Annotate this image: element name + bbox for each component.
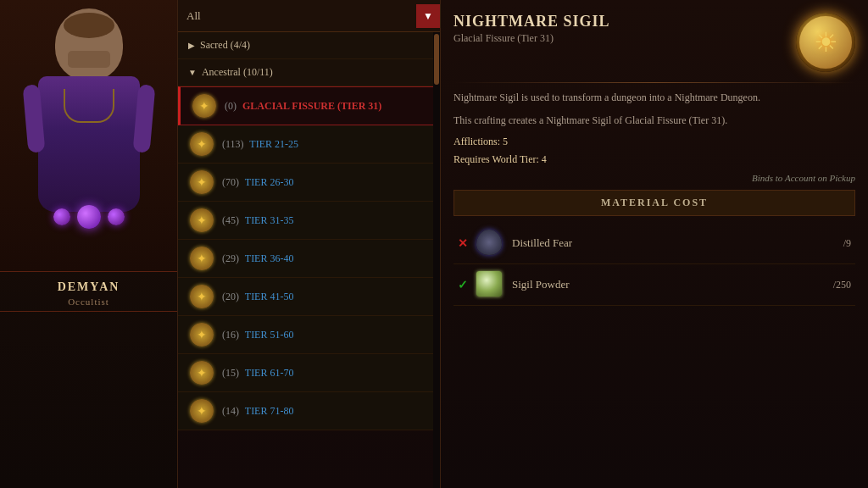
- tier-31-35-icon: [188, 207, 215, 234]
- char-name-area: DEMYAN Occultist: [0, 271, 177, 312]
- tier-21-25-name: TIER 21-25: [249, 138, 298, 150]
- tier-71-80-text: (14) TIER 71-80: [222, 405, 430, 418]
- material-cost-header: MATERIAL COST: [453, 190, 855, 216]
- sigil-powder-status-icon: ✓: [458, 278, 468, 292]
- item-tier-26-30[interactable]: (70) TIER 26-30: [178, 164, 440, 202]
- tier-41-50-name: TIER 41-50: [245, 291, 294, 302]
- item-tier-61-70[interactable]: (15) TIER 61-70: [178, 354, 440, 392]
- distilled-fear-amount: /9: [843, 237, 851, 250]
- item-tier-51-60[interactable]: (16) TIER 51-60: [178, 316, 440, 354]
- glacial-fissure-text: (0) GLACIAL FISSURE (TIER 31): [225, 100, 429, 113]
- glacial-fissure-icon: [191, 92, 218, 119]
- tier-71-80-count: (14): [222, 405, 239, 417]
- glacial-fissure-count: (0): [225, 100, 236, 112]
- item-subtype-label: Glacial Fissure (Tier 31): [453, 32, 783, 45]
- char-face: [68, 51, 110, 68]
- filter-dropdown-button[interactable]: ▼: [416, 4, 440, 28]
- distilled-fear-name: Distilled Fear: [512, 236, 835, 250]
- char-head: [55, 8, 123, 80]
- dropdown-arrow-icon: ▼: [423, 10, 433, 23]
- scrollbar[interactable]: [433, 32, 440, 488]
- orb-right: [108, 208, 125, 225]
- item-tier-71-80[interactable]: (14) TIER 71-80: [178, 392, 440, 430]
- afflictions-property: Afflictions: 5: [453, 136, 855, 148]
- orb-center: [77, 205, 101, 229]
- tier-36-40-icon: [188, 245, 215, 272]
- tier-51-60-text: (16) TIER 51-60: [222, 329, 430, 341]
- item-header: NIGHTMARE SIGIL Glacial Fissure (Tier 31…: [453, 13, 855, 72]
- binds-text: Binds to Account on Pickup: [453, 173, 855, 183]
- tier-71-80-icon: [188, 397, 215, 424]
- sigil-powder-amount: /250: [833, 279, 851, 291]
- tier-36-40-name: TIER 36-40: [245, 252, 294, 264]
- item-type-label: NIGHTMARE SIGIL: [453, 13, 783, 30]
- nightmare-sigil-large-icon: [796, 13, 855, 72]
- afflictions-label: Afflictions:: [453, 136, 500, 147]
- tier-41-50-text: (20) TIER 41-50: [222, 291, 430, 303]
- skull-decoration: [53, 208, 125, 229]
- tier-26-30-count: (70): [222, 176, 239, 188]
- distilled-fear-status-icon: ✕: [458, 236, 468, 251]
- sigil-powder-name: Sigil Powder: [512, 278, 825, 291]
- sun-rays: [789, 6, 862, 79]
- world-tier-property: Requires World Tier: 4: [453, 153, 855, 166]
- tier-21-25-text: (113) TIER 21-25: [222, 138, 430, 151]
- tier-21-25-icon: [188, 130, 215, 158]
- ancestral-label: Ancestral (10/11): [202, 66, 273, 79]
- item-tier-36-40[interactable]: (29) TIER 36-40: [178, 240, 440, 278]
- distilled-fear-item-icon: [476, 230, 504, 257]
- tier-51-60-icon: [188, 321, 215, 348]
- tier-61-70-count: (15): [222, 367, 239, 379]
- character-panel: DEMYAN Occultist: [0, 0, 178, 488]
- sigil-powder-item-icon: [476, 271, 504, 298]
- filter-label[interactable]: All: [186, 9, 431, 23]
- material-sigil-powder: ✓ Sigil Powder /250: [453, 264, 855, 306]
- item-description-1: Nightmare Sigil is used to transform a d…: [453, 90, 855, 106]
- char-body: [38, 76, 140, 212]
- tier-41-50-icon: [188, 283, 215, 310]
- tier-26-30-icon: [188, 169, 215, 196]
- portrait-area: [0, 0, 177, 271]
- divider-1: [453, 82, 855, 83]
- item-detail-panel: NIGHTMARE SIGIL Glacial Fissure (Tier 31…: [441, 0, 868, 488]
- tier-36-40-count: (29): [222, 252, 239, 264]
- tier-31-35-name: TIER 31-35: [245, 214, 294, 226]
- afflictions-value: 5: [503, 136, 508, 147]
- item-list: ▶ Sacred (4/4) ▼ Ancestral (10/11) (0) G…: [178, 32, 440, 488]
- filter-bar[interactable]: All ▼: [178, 0, 440, 32]
- material-distilled-fear: ✕ Distilled Fear /9: [453, 223, 855, 264]
- tier-31-35-count: (45): [222, 214, 239, 226]
- tier-36-40-text: (29) TIER 36-40: [222, 252, 430, 265]
- distilled-fear-graphic: [476, 230, 502, 255]
- tier-61-70-name: TIER 61-70: [245, 367, 294, 379]
- tier-26-30-text: (70) TIER 26-30: [222, 176, 430, 189]
- world-tier-label: Requires World Tier:: [453, 153, 539, 165]
- scrollbar-thumb[interactable]: [434, 34, 439, 85]
- tier-26-30-name: TIER 26-30: [245, 176, 294, 188]
- char-name: DEMYAN: [0, 280, 177, 294]
- glacial-fissure-name: GLACIAL FISSURE (TIER 31): [242, 100, 381, 112]
- sacred-arrow-icon: ▶: [188, 41, 195, 50]
- tier-51-60-count: (16): [222, 329, 239, 341]
- character-figure: [21, 8, 157, 246]
- item-list-panel: All ▼ ▶ Sacred (4/4) ▼ Ancestral (10/11)…: [178, 0, 441, 488]
- world-tier-value: 4: [542, 153, 547, 165]
- char-class: Occultist: [0, 297, 177, 307]
- item-tier-41-50[interactable]: (20) TIER 41-50: [178, 278, 440, 316]
- category-ancestral[interactable]: ▼ Ancestral (10/11): [178, 59, 440, 86]
- sacred-label: Sacred (4/4): [200, 39, 250, 52]
- tier-41-50-count: (20): [222, 291, 239, 302]
- category-sacred[interactable]: ▶ Sacred (4/4): [178, 32, 440, 59]
- tier-51-60-name: TIER 51-60: [245, 329, 294, 341]
- char-necklace: [64, 89, 114, 123]
- item-glacial-fissure[interactable]: (0) GLACIAL FISSURE (TIER 31): [178, 86, 440, 125]
- item-tier-21-25[interactable]: (113) TIER 21-25: [178, 125, 440, 164]
- item-tier-31-35[interactable]: (45) TIER 31-35: [178, 202, 440, 240]
- item-header-text: NIGHTMARE SIGIL Glacial Fissure (Tier 31…: [453, 13, 783, 45]
- tier-61-70-icon: [188, 359, 215, 386]
- tier-71-80-name: TIER 71-80: [245, 405, 294, 417]
- ancestral-arrow-icon: ▼: [188, 68, 197, 77]
- sigil-powder-graphic: [476, 271, 502, 297]
- tier-31-35-text: (45) TIER 31-35: [222, 214, 430, 227]
- item-description-2: This crafting creates a Nightmare Sigil …: [453, 113, 855, 129]
